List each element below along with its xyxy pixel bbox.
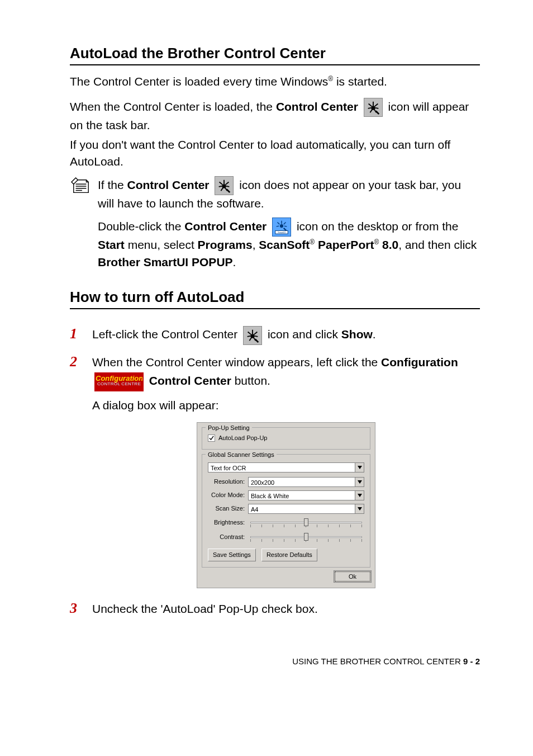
step-number: 3 — [70, 599, 83, 623]
contrast-label: Contrast: — [208, 532, 245, 542]
text: button. — [231, 374, 270, 387]
control-center-desktop-icon: SmartUI — [272, 218, 291, 237]
note-body: If the Control Center icon does not appe… — [98, 176, 480, 276]
step-1: 1 Left-click the Control Center icon and… — [70, 325, 480, 349]
page-footer: USING THE BROTHER CONTROL CENTER 9 - 2 — [70, 656, 480, 666]
paragraph-1: The Control Center is loaded every time … — [70, 73, 480, 90]
chevron-down-icon[interactable] — [355, 504, 364, 513]
text-bold: ScanSoft — [259, 238, 310, 251]
svg-point-0 — [372, 107, 375, 110]
text: . — [373, 328, 376, 341]
scansize-row: Scan Size: A4 — [208, 504, 364, 514]
text: Double-click the — [98, 220, 184, 233]
combo-value: Text for OCR — [208, 463, 355, 472]
control-center-icon — [215, 176, 234, 195]
footer-page: 9 - 2 — [463, 656, 480, 666]
colormode-row: Color Mode: Black & White — [208, 490, 364, 500]
step-number: 2 — [70, 353, 83, 588]
preset-combo[interactable]: Text for OCR — [208, 462, 364, 472]
step-2: 2 When the Control Center window appears… — [70, 353, 480, 588]
text-bold: Brother SmartUI POPUP — [98, 256, 233, 268]
text: icon on the desktop or from the — [297, 220, 459, 233]
text: Uncheck the 'AutoLoad' Pop-Up check box. — [92, 599, 480, 618]
resolution-combo[interactable]: 200x200 — [248, 477, 364, 487]
step-body: Uncheck the 'AutoLoad' Pop-Up check box. — [92, 599, 480, 623]
text: icon and click — [268, 328, 341, 341]
svg-point-1 — [223, 185, 226, 188]
paragraph-2: When the Control Center is loaded, the C… — [70, 98, 480, 134]
svg-text:SmartUI: SmartUI — [278, 231, 285, 234]
configuration-button-icon: Configuration CONTROL CENTRE — [94, 372, 144, 391]
restore-defaults-button[interactable]: Restore Defaults — [261, 549, 317, 562]
text: is started. — [333, 75, 387, 88]
button-row: Save Settings Restore Defaults — [208, 549, 364, 562]
registered-mark: ® — [328, 75, 333, 83]
brightness-slider[interactable] — [248, 517, 364, 528]
badge-top: Configuration — [96, 374, 142, 382]
footer-text: USING THE BROTHER CONTROL CENTER — [292, 656, 463, 666]
text: If the — [98, 178, 127, 191]
step-body: When the Control Center window appears, … — [92, 353, 480, 588]
text: menu, select — [125, 238, 198, 251]
text: When the Control Center window appears, … — [92, 356, 381, 368]
chevron-down-icon[interactable] — [355, 491, 364, 500]
text-bold: Start — [98, 238, 125, 251]
text: , — [253, 238, 259, 251]
step-body: Left-click the Control Center icon and c… — [92, 325, 480, 349]
combo-value: A4 — [249, 504, 355, 513]
control-center-icon — [243, 326, 262, 345]
text-bold: Control Center — [149, 374, 231, 387]
checkbox-label: AutoLoad Pop-Up — [218, 433, 267, 443]
note-icon — [70, 176, 92, 196]
step-3: 3 Uncheck the 'AutoLoad' Pop-Up check bo… — [70, 599, 480, 623]
group-legend: Pop-Up Setting — [206, 423, 252, 433]
global-scanner-group: Global Scanner Settings Text for OCR Res… — [202, 454, 370, 568]
paragraph-3: If you don't want the Control Center to … — [70, 136, 480, 171]
settings-dialog: Pop-Up Setting AutoLoad Pop-Up Global Sc… — [197, 422, 375, 588]
heading-autoload: AutoLoad the Brother Control Center — [70, 45, 480, 65]
ok-button[interactable]: Ok — [335, 571, 370, 582]
heading-howto: How to turn off AutoLoad — [70, 289, 480, 309]
text-bold: Control Center — [276, 100, 358, 113]
contrast-slider[interactable] — [248, 532, 364, 543]
resolution-row: Resolution: 200x200 — [208, 477, 364, 487]
note-line-2: Double-click the Control Center SmartUI … — [98, 218, 480, 271]
registered-mark: ® — [374, 238, 379, 246]
control-center-icon — [364, 98, 383, 117]
combo-value: 200x200 — [249, 478, 355, 486]
brightness-label: Brightness: — [208, 518, 245, 528]
checkbox-checked-icon[interactable] — [208, 434, 215, 442]
svg-point-5 — [251, 334, 254, 338]
note-block: If the Control Center icon does not appe… — [70, 176, 480, 276]
scansize-combo[interactable]: A4 — [248, 504, 364, 514]
brightness-row: Brightness: — [208, 517, 364, 528]
text-bold: Control Center — [127, 178, 210, 191]
text: , and then click — [398, 238, 477, 251]
save-settings-button[interactable]: Save Settings — [208, 549, 256, 562]
text: Left-click the Control Center — [92, 328, 241, 341]
badge-bottom: CONTROL CENTRE — [96, 382, 142, 386]
colormode-combo[interactable]: Black & White — [248, 490, 364, 500]
group-legend: Global Scanner Settings — [206, 450, 277, 460]
text-bold: 8.0 — [379, 238, 398, 251]
steps-list: 1 Left-click the Control Center icon and… — [70, 325, 480, 622]
svg-point-2 — [280, 225, 283, 228]
resolution-label: Resolution: — [208, 477, 245, 487]
autoload-checkbox-row[interactable]: AutoLoad Pop-Up — [208, 433, 364, 443]
text-bold: Configuration — [381, 356, 458, 368]
text: . — [233, 256, 236, 268]
ok-row: Ok — [202, 572, 370, 582]
combo-value: Black & White — [249, 491, 355, 500]
text: The Control Center is loaded every time … — [70, 75, 328, 88]
text-bold: PaperPort — [315, 238, 374, 251]
text-bold: Programs — [198, 238, 253, 251]
text-bold: Show — [341, 328, 373, 341]
registered-mark: ® — [310, 238, 315, 246]
popup-setting-group: Pop-Up Setting AutoLoad Pop-Up — [202, 427, 370, 450]
text: A dialog box will appear: — [92, 396, 480, 415]
text: When the Control Center is loaded, the — [70, 100, 276, 113]
chevron-down-icon[interactable] — [355, 463, 364, 472]
step-number: 1 — [70, 325, 83, 349]
chevron-down-icon[interactable] — [355, 478, 364, 486]
scansize-label: Scan Size: — [208, 504, 245, 514]
